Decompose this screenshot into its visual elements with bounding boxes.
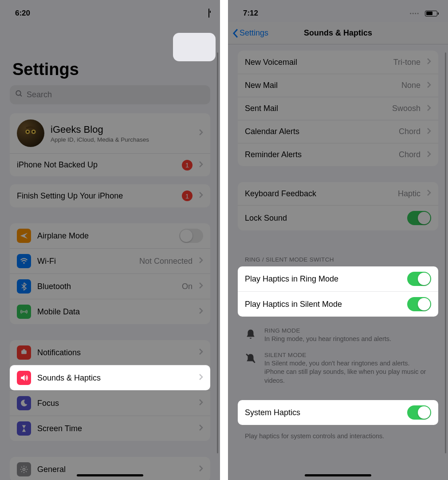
signal-dots: •••• [410,11,420,16]
bt-label: Bluetooth [37,282,71,291]
search-placeholder: Search [27,90,52,99]
search-input[interactable]: Search [10,85,210,104]
mobile-data-row[interactable]: Mobile Data [10,299,210,324]
row-value: Tri-tone [393,58,420,67]
haptics-ring-row[interactable]: Play Haptics in Ring Mode [238,266,438,291]
row-label: Calendar Alerts [245,127,299,136]
status-bar: 7:12 •••• [228,0,448,22]
apple-id-row[interactable]: iGeeks Blog Apple ID, iCloud, Media & Pu… [10,113,210,153]
airplane-icon [17,229,31,243]
screentime-row[interactable]: Screen Time [10,416,210,441]
ring-mode-desc: In Ring mode, you hear ringtones and ale… [264,335,391,344]
lock-sound-row[interactable]: Lock Sound [238,205,438,230]
notifications-row[interactable]: Notifications [10,340,210,365]
backup-label: iPhone Not Backed Up [17,160,98,170]
scrollbar[interactable] [217,52,218,453]
status-bar: 6:20 [0,0,220,22]
svg-point-6 [23,262,24,264]
airplane-toggle[interactable] [179,229,203,243]
silent-mode-info: Silent Mode In Silent mode, you don't he… [228,344,448,385]
voicemail-row[interactable]: New Voicemail Tri-tone [238,51,438,74]
chevron-right-icon [199,257,203,266]
row-label: New Voicemail [245,58,297,67]
network-group: Airplane Mode Wi-Fi Not Connected Blueto… [10,223,210,324]
badge: 1 [182,160,193,171]
antenna-icon [17,305,31,319]
floating-card [173,33,216,61]
bt-value: On [182,282,193,291]
reminder-row[interactable]: Reminder Alerts Chord [238,143,438,166]
ring-mode-hd: Ring Mode [264,327,391,334]
sounds-label: Sounds & Haptics [37,373,101,383]
wifi-value: Not Connected [139,257,193,266]
bell-icon [245,327,258,344]
backup-row[interactable]: iPhone Not Backed Up 1 [10,153,210,176]
lock-sound-toggle[interactable] [407,211,431,225]
bell-slash-icon [245,352,258,385]
profile-name: iGeeks Blog [51,124,149,135]
nav-bar: Settings Sounds & Haptics [228,22,448,44]
finish-group: Finish Setting Up Your iPhone 1 [10,184,210,207]
airplane-row[interactable]: Airplane Mode [10,223,210,248]
svg-point-10 [23,468,25,471]
sentmail-row[interactable]: Sent Mail Swoosh [238,97,438,120]
svg-point-0 [16,91,21,95]
svg-point-7 [23,311,24,312]
svg-point-5 [33,131,35,133]
system-haptics-footer: Play haptics for system controls and int… [228,428,448,441]
bluetooth-icon [17,279,31,294]
chevron-right-icon [427,127,431,136]
haptics-silent-row[interactable]: Play Haptics in Silent Mode [238,291,438,317]
status-time: 6:20 [15,9,30,18]
gear-icon [17,462,31,476]
row-label: Play Haptics in Ring Mode [245,274,338,284]
chevron-right-icon [427,81,431,90]
home-indicator[interactable] [77,474,143,476]
row-value: Chord [399,150,420,159]
finish-setup-row[interactable]: Finish Setting Up Your iPhone 1 [10,184,210,207]
bluetooth-row[interactable]: Bluetooth On [10,274,210,299]
settings-screen: 6:20 Settings Search iGeeks Blog Apple I… [0,0,220,480]
chevron-right-icon [427,58,431,67]
speaker-icon [17,371,31,385]
chevron-right-icon [427,189,431,198]
wifi-label: Wi-Fi [37,257,56,266]
general-row[interactable]: General [10,457,210,480]
status-time: 7:12 [243,9,258,18]
mobile-label: Mobile Data [37,307,80,317]
search-icon [15,90,23,100]
sounds-haptics-row[interactable]: Sounds & Haptics [10,365,210,390]
calendar-row[interactable]: Calendar Alerts Chord [238,120,438,143]
focus-row[interactable]: Focus [10,390,210,416]
chevron-right-icon [199,282,203,291]
chevron-right-icon [199,348,203,357]
ring-mode-info: Ring Mode In Ring mode, you hear rington… [228,321,448,344]
chevron-right-icon [427,151,431,159]
keyboard-feedback-row[interactable]: Keyboard Feedback Haptic [238,182,438,205]
hourglass-icon [17,421,31,436]
row-label: Reminder Alerts [245,150,302,159]
back-button[interactable]: Settings [232,28,268,38]
svg-line-1 [20,95,22,96]
nav-title: Sounds & Haptics [304,28,372,38]
system-haptics-toggle[interactable] [407,405,431,420]
focus-label: Focus [37,399,59,408]
sounds-haptics-screen: 7:12 •••• Settings Sounds & Haptics New … [228,0,448,480]
row-label: New Mail [245,81,278,90]
system-haptics-row[interactable]: System Haptics [238,400,438,425]
scrollbar[interactable] [445,52,446,453]
row-label: System Haptics [245,408,300,417]
chevron-right-icon [427,104,431,113]
silent-mode-desc: In Silent mode, you don't hear ringtones… [264,359,431,385]
airplane-label: Airplane Mode [37,231,89,241]
home-indicator[interactable] [305,474,371,476]
wifi-row[interactable]: Wi-Fi Not Connected [10,248,210,274]
haptics-silent-toggle[interactable] [407,297,431,311]
haptics-ring-toggle[interactable] [407,272,431,286]
newmail-row[interactable]: New Mail None [238,74,438,97]
moon-icon [17,396,31,410]
profile-sub: Apple ID, iCloud, Media & Purchases [51,136,149,143]
chevron-right-icon [199,191,203,200]
row-value: None [401,81,420,90]
system-haptics-group: System Haptics [238,400,438,425]
